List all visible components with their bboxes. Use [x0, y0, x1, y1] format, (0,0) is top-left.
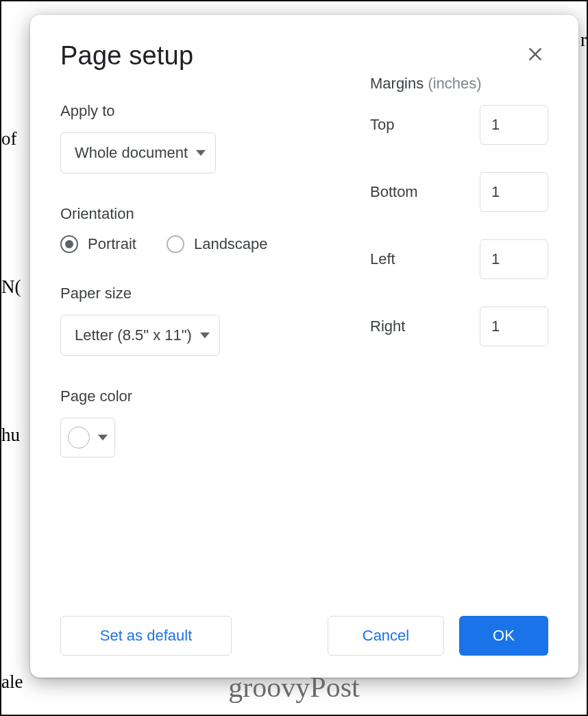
page-color-label: Page color [60, 387, 350, 405]
app-frame: of N( hu ale rp hi an ug b. nc llicitudi… [0, 0, 588, 716]
orientation-landscape-label: Landscape [194, 235, 268, 253]
orientation-landscape-radio[interactable]: Landscape [167, 235, 268, 253]
caret-down-icon [200, 331, 210, 340]
margins-label: Margins (inches) [370, 75, 548, 93]
color-swatch [68, 427, 90, 449]
right-column: Margins (inches) Top Bottom Left Right [370, 75, 548, 602]
left-column: Apply to Whole document Orientation Port… [60, 75, 350, 602]
margin-left-row: Left [370, 239, 548, 279]
close-button[interactable] [522, 43, 548, 69]
caret-down-icon [98, 433, 108, 442]
margin-right-input[interactable] [480, 307, 548, 346]
orientation-portrait-label: Portrait [88, 235, 136, 253]
radio-icon [167, 235, 184, 253]
dialog-header: Page setup [60, 41, 548, 71]
margin-right-row: Right [370, 307, 548, 346]
margins-label-text: Margins [370, 75, 424, 92]
margin-top-input[interactable] [480, 105, 548, 145]
apply-to-dropdown[interactable]: Whole document [60, 132, 216, 174]
margin-bottom-label: Bottom [370, 183, 418, 201]
dialog-footer: Set as default Cancel OK [60, 602, 548, 656]
orientation-portrait-radio[interactable]: Portrait [60, 235, 136, 253]
paper-size-dropdown[interactable]: Letter (8.5" x 11") [60, 315, 220, 356]
caret-down-icon [196, 148, 206, 158]
margin-top-row: Top [370, 105, 548, 145]
margin-top-label: Top [370, 116, 394, 134]
close-icon [526, 45, 544, 66]
set-as-default-button[interactable]: Set as default [60, 616, 232, 656]
paper-size-value: Letter (8.5" x 11") [75, 326, 192, 344]
margin-left-input[interactable] [480, 239, 548, 279]
ok-button[interactable]: OK [459, 616, 548, 656]
margin-bottom-row: Bottom [370, 172, 548, 212]
page-color-dropdown[interactable] [60, 418, 115, 457]
margin-left-label: Left [370, 250, 395, 268]
margins-unit: (inches) [428, 75, 481, 92]
margin-bottom-input[interactable] [480, 172, 548, 212]
apply-to-value: Whole document [75, 144, 188, 162]
radio-icon [60, 235, 78, 253]
paper-size-label: Paper size [60, 285, 350, 302]
page-setup-dialog: Page setup Apply to Whole document Orien… [30, 15, 578, 678]
apply-to-label: Apply to [60, 102, 350, 120]
dialog-title: Page setup [60, 41, 193, 71]
cancel-button[interactable]: Cancel [328, 616, 444, 656]
orientation-group: Portrait Landscape [60, 235, 350, 253]
margin-right-label: Right [370, 318, 405, 335]
orientation-label: Orientation [60, 205, 350, 223]
